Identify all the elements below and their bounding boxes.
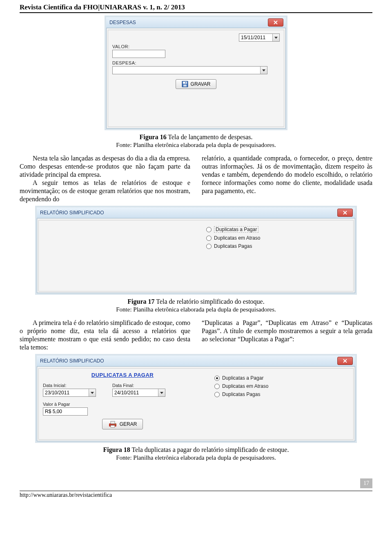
radio-label: Duplicatas Pagas xyxy=(214,243,252,249)
data-inicial-input[interactable] xyxy=(43,389,96,397)
radio-label: Duplicatas a Pagar xyxy=(222,375,263,381)
date-combo[interactable] xyxy=(239,33,280,42)
svg-point-7 xyxy=(115,424,116,425)
data-final-input[interactable] xyxy=(112,389,165,397)
radio-icon xyxy=(214,376,220,381)
radio-icon xyxy=(214,384,220,389)
radio-icon xyxy=(206,227,212,232)
chevron-down-icon[interactable] xyxy=(158,389,165,396)
despesa-combo[interactable] xyxy=(112,66,267,74)
radio-label: Duplicatas a Pagar xyxy=(214,226,258,233)
journal-header: Revista Científica da FHO|UNIARARAS v. 1… xyxy=(20,0,372,13)
relatorio-window-2: RELATÓRIO SIMPLIFICADO DUPLICATAS A PAGA… xyxy=(35,354,357,443)
radio-duplicatas-pagar[interactable]: Duplicatas a Pagar xyxy=(214,375,296,381)
valor-label: VALOR: xyxy=(112,44,280,49)
valor-pagar-label: Valor à Pagar xyxy=(43,402,202,407)
close-button[interactable] xyxy=(268,18,283,27)
duplicatas-heading: DUPLICATAS A PAGAR xyxy=(91,372,154,378)
close-icon xyxy=(343,211,347,215)
radio-duplicatas-pagas[interactable]: Duplicatas Pagas xyxy=(214,391,296,397)
despesa-input[interactable] xyxy=(112,66,267,74)
gravar-label: GRAVAR xyxy=(191,81,211,87)
figure16-source: Fonte: Planilha eletrônica elaborada pel… xyxy=(20,142,372,149)
paragraph-block-1: Nesta tela são lançadas as despesas do d… xyxy=(20,154,372,203)
despesa-label: DESPESA: xyxy=(112,60,280,65)
titlebar: RELATÓRIO SIMPLIFICADO xyxy=(37,207,355,218)
radio-label: Duplicatas Pagas xyxy=(222,391,260,397)
close-button[interactable] xyxy=(337,209,353,217)
printer-icon xyxy=(108,420,117,428)
svg-rect-3 xyxy=(185,82,186,83)
titlebar: DESPESAS xyxy=(106,17,286,28)
floppy-icon xyxy=(182,81,188,87)
svg-rect-1 xyxy=(183,82,187,84)
relatorio-window-1: RELATÓRIO SIMPLIFICADO Duplicatas a Paga… xyxy=(35,206,357,295)
gerar-label: GERAR xyxy=(120,421,137,427)
close-button[interactable] xyxy=(337,357,353,365)
radio-label: Duplicatas em Atraso xyxy=(214,235,260,241)
window-title: DESPESAS xyxy=(109,20,268,25)
svg-rect-5 xyxy=(111,421,115,424)
figure17-source: Fonte: Planilha eletrônica elaborada pel… xyxy=(20,306,372,313)
data-inicial-label: Data Inicial: xyxy=(43,383,96,388)
chevron-down-icon[interactable] xyxy=(260,67,267,74)
chevron-down-icon[interactable] xyxy=(89,389,96,396)
despesas-window: DESPESAS VALOR: DESPESA: xyxy=(105,16,287,130)
titlebar: RELATÓRIO SIMPLIFICADO xyxy=(37,356,355,367)
gravar-button[interactable]: GRAVAR xyxy=(176,79,217,89)
figure17-caption: Figura 17 Tela de relatório simplificado… xyxy=(20,298,372,305)
radio-icon xyxy=(206,236,212,241)
close-icon xyxy=(274,20,278,24)
data-inicial-combo[interactable] xyxy=(43,389,96,397)
valor-pagar-input[interactable] xyxy=(43,407,88,416)
radio-label: Duplicatas em Atraso xyxy=(222,383,268,389)
svg-rect-2 xyxy=(183,85,187,87)
close-icon xyxy=(343,359,347,363)
page-number-badge: 17 xyxy=(360,478,372,488)
radio-duplicatas-pagar[interactable]: Duplicatas a Pagar xyxy=(206,226,288,233)
data-final-label: Data Final: xyxy=(112,383,165,388)
window-title: RELATÓRIO SIMPLIFICADO xyxy=(39,358,337,364)
figure16-caption: Figura 16 Tela de lançamento de despesas… xyxy=(20,133,372,141)
gerar-button[interactable]: GERAR xyxy=(102,419,143,429)
window-title: RELATÓRIO SIMPLIFICADO xyxy=(39,210,337,216)
figure18-source: Fonte: Planilha eletrônica elaborada pel… xyxy=(20,454,372,461)
footer-url: http://www.uniararas.br/revistacientific… xyxy=(20,492,112,498)
figure18-caption: Figura 18 Tela duplicatas a pagar do rel… xyxy=(20,446,372,454)
svg-rect-6 xyxy=(111,425,115,427)
radio-icon xyxy=(206,244,212,249)
chevron-down-icon[interactable] xyxy=(272,34,279,41)
paragraph-block-2: A primeira tela é do relatório simplific… xyxy=(20,319,372,351)
radio-icon xyxy=(214,392,220,397)
data-final-combo[interactable] xyxy=(112,389,165,397)
radio-duplicatas-atraso[interactable]: Duplicatas em Atraso xyxy=(206,235,288,241)
valor-input[interactable] xyxy=(112,50,165,58)
radio-duplicatas-atraso[interactable]: Duplicatas em Atraso xyxy=(214,383,296,389)
radio-duplicatas-pagas[interactable]: Duplicatas Pagas xyxy=(206,243,288,249)
